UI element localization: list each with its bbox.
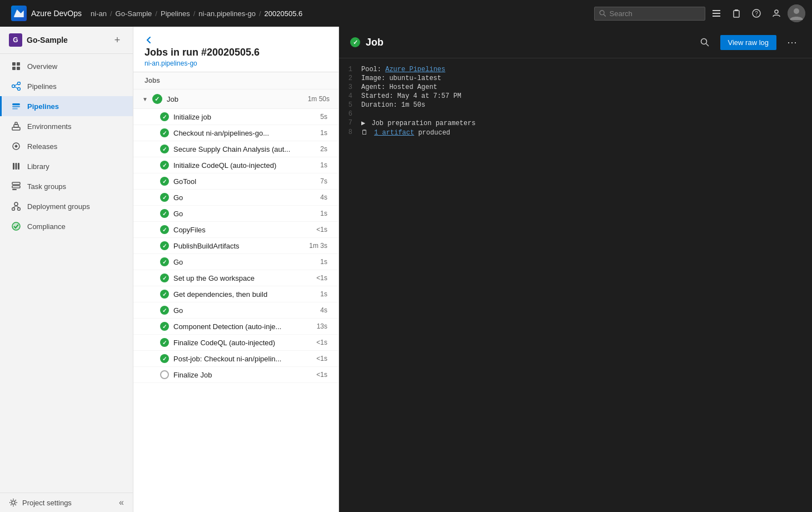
- brand[interactable]: Azure DevOps: [7, 6, 86, 21]
- job-step[interactable]: Finalize Job<1s: [133, 367, 338, 383]
- collapse-sidebar-btn[interactable]: «: [119, 498, 124, 508]
- sidebar-item-pipelines-header[interactable]: Pipelines: [0, 76, 133, 96]
- artifact-link[interactable]: 1 artifact: [374, 129, 414, 137]
- svg-line-39: [16, 206, 19, 208]
- job-step[interactable]: CopyFiles<1s: [133, 222, 338, 238]
- svg-point-35: [14, 202, 18, 206]
- svg-rect-29: [13, 163, 14, 170]
- back-button[interactable]: [145, 36, 153, 44]
- job-step[interactable]: Finalize CodeQL (auto-injected)<1s: [133, 335, 338, 351]
- project-settings-item[interactable]: Project settings: [9, 498, 72, 507]
- step-name: Go: [173, 306, 316, 315]
- log-header: Job View raw log ⋯: [339, 27, 812, 58]
- breadcrumb-pipeline-name[interactable]: ni-an.pipelines-go: [198, 9, 256, 18]
- overview-icon: [11, 61, 22, 72]
- job-step[interactable]: Component Detection (auto-inje...13s: [133, 319, 338, 335]
- list-icon-btn[interactable]: [708, 4, 725, 22]
- svg-line-44: [706, 44, 709, 47]
- job-step[interactable]: GoTool7s: [133, 173, 338, 190]
- pool-link[interactable]: Azure Pipelines: [385, 66, 445, 73]
- job-step[interactable]: PublishBuildArtifacts1m 3s: [133, 238, 338, 254]
- pipelines-icon: [11, 81, 22, 92]
- job-step[interactable]: Go1s: [133, 206, 338, 222]
- job-step[interactable]: Go4s: [133, 190, 338, 206]
- sidebar-item-task-groups[interactable]: Task groups: [0, 176, 133, 196]
- log-line: 5Duration: 1m 50s: [339, 101, 812, 110]
- add-project-btn[interactable]: +: [111, 33, 124, 47]
- step-name: Post-job: Checkout ni-an/pipelin...: [173, 355, 312, 363]
- breadcrumb: ni-an / Go-Sample / Pipelines / ni-an.pi…: [91, 9, 590, 18]
- step-name: CopyFiles: [173, 226, 312, 234]
- svg-rect-3: [713, 10, 720, 11]
- help-icon-btn[interactable]: ?: [748, 4, 765, 22]
- step-status-icon: [160, 177, 169, 186]
- job-step[interactable]: Post-job: Checkout ni-an/pipelin...<1s: [133, 351, 338, 367]
- log-line-number: 7: [339, 119, 361, 127]
- sidebar-item-library[interactable]: Library: [0, 156, 133, 176]
- svg-rect-14: [17, 62, 20, 66]
- job-step[interactable]: Initialize job5s: [133, 109, 338, 125]
- svg-rect-23: [12, 106, 20, 107]
- job-group-duration: 1m 50s: [308, 95, 330, 103]
- sidebar-item-pipelines[interactable]: Pipelines: [0, 96, 133, 116]
- step-duration: 4s: [320, 193, 327, 201]
- job-step[interactable]: Go4s: [133, 302, 338, 319]
- step-duration: 5s: [320, 113, 327, 121]
- svg-rect-27: [15, 122, 17, 125]
- svg-rect-13: [12, 62, 16, 66]
- step-status-icon: [160, 145, 169, 153]
- sidebar-library-label: Library: [27, 162, 49, 171]
- person-icon-btn[interactable]: [768, 4, 785, 22]
- job-list-panel: Jobs in run #20020505.6 ni-an.pipelines-…: [133, 27, 339, 512]
- log-search-button[interactable]: [696, 33, 714, 51]
- search-input[interactable]: [610, 9, 700, 18]
- step-duration: <1s: [316, 371, 327, 379]
- sidebar-item-compliance[interactable]: Compliance: [0, 216, 133, 236]
- clipboard-icon-btn[interactable]: [728, 4, 745, 22]
- sidebar: G Go-Sample + Overview: [0, 27, 133, 512]
- step-duration: 1m 3s: [309, 242, 327, 250]
- job-step[interactable]: Checkout ni-an/pipelines-go...1s: [133, 125, 338, 141]
- project-name: G Go-Sample: [9, 33, 68, 47]
- steps-container: Initialize job5sCheckout ni-an/pipelines…: [133, 109, 338, 383]
- sidebar-item-environments[interactable]: Environments: [0, 116, 133, 136]
- job-step[interactable]: Set up the Go workspace<1s: [133, 270, 338, 286]
- breadcrumb-pipelines[interactable]: Pipelines: [161, 9, 190, 18]
- log-line-number: 3: [339, 83, 361, 91]
- sidebar-item-releases[interactable]: Releases: [0, 136, 133, 156]
- log-line-content: [361, 110, 812, 118]
- job-step[interactable]: Go1s: [133, 254, 338, 270]
- step-status-icon: [160, 225, 169, 234]
- search-box[interactable]: [594, 7, 705, 21]
- releases-icon: [11, 141, 22, 152]
- step-duration: <1s: [316, 226, 327, 233]
- log-status-icon: [350, 37, 360, 47]
- svg-line-20: [15, 84, 18, 86]
- step-name: Get dependencies, then build: [173, 290, 316, 299]
- job-step[interactable]: Initialize CodeQL (auto-injected)1s: [133, 157, 338, 173]
- breadcrumb-go-sample[interactable]: Go-Sample: [116, 9, 152, 18]
- step-name: PublishBuildArtifacts: [173, 242, 305, 250]
- step-duration: 1s: [320, 290, 327, 298]
- sidebar-item-label: Overview: [27, 62, 57, 71]
- svg-rect-30: [16, 163, 17, 170]
- svg-rect-32: [12, 182, 20, 185]
- job-run-subtitle[interactable]: ni-an.pipelines-go: [145, 59, 327, 67]
- sidebar-item-deployment-groups[interactable]: Deployment groups: [0, 196, 133, 216]
- job-step[interactable]: Secure Supply Chain Analysis (aut...2s: [133, 141, 338, 157]
- job-step[interactable]: Get dependencies, then build1s: [133, 286, 338, 302]
- group-collapse-arrow: ▼: [142, 96, 148, 102]
- log-title-text: Job: [366, 37, 383, 48]
- log-more-options-button[interactable]: ⋯: [783, 33, 801, 51]
- avatar[interactable]: [788, 4, 805, 22]
- log-line: 2Image: ubuntu-latest: [339, 74, 812, 83]
- breadcrumb-ni-an[interactable]: ni-an: [91, 9, 107, 18]
- step-duration: 7s: [320, 177, 327, 185]
- step-duration: 4s: [320, 306, 327, 314]
- svg-text:?: ?: [755, 11, 758, 17]
- job-group-header[interactable]: ▼ Job 1m 50s: [133, 90, 338, 109]
- log-line: 8🗒 1 artifact produced: [339, 128, 812, 137]
- view-raw-log-button[interactable]: View raw log: [720, 35, 776, 50]
- step-name: Checkout ni-an/pipelines-go...: [173, 129, 316, 137]
- sidebar-item-overview[interactable]: Overview: [0, 56, 133, 76]
